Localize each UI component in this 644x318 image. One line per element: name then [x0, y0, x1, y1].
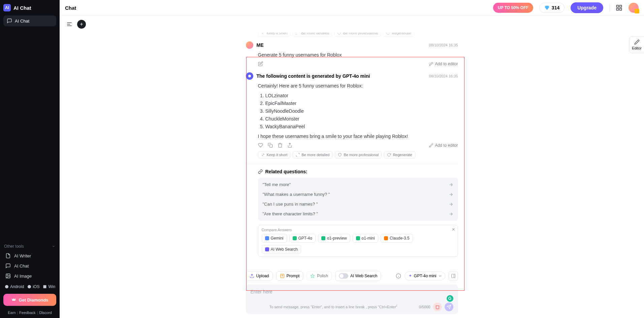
- model-o1-preview[interactable]: o1-preview: [318, 234, 350, 243]
- action-regenerate[interactable]: Regenerate: [383, 33, 414, 37]
- ai-avatar-icon: [246, 72, 253, 80]
- upgrade-button[interactable]: Upgrade: [571, 2, 603, 13]
- app-logo-icon: AI: [3, 4, 11, 11]
- related-question-item[interactable]: "Tell me more": [258, 180, 458, 189]
- message-input[interactable]: Enter here G To send message, press "Ent…: [246, 284, 458, 314]
- arrow-right-icon: [449, 192, 453, 197]
- refresh-icon: [387, 153, 391, 157]
- platform-links: Android iOS Win: [0, 281, 60, 292]
- new-chat-button[interactable]: +: [77, 20, 86, 29]
- action-keep-short[interactable]: Keep it short: [258, 151, 291, 158]
- polish-button[interactable]: Polish: [307, 271, 332, 281]
- related-question-item[interactable]: "Are there character limits? ": [258, 209, 458, 219]
- user-message-text: Generate 5 funny usernames for Roblox: [246, 51, 458, 59]
- app-logo-row: AI AI Chat: [0, 0, 60, 15]
- chevron-down-icon: [438, 274, 442, 278]
- input-placeholder: Enter here: [251, 289, 453, 294]
- other-tools-header[interactable]: Other tools: [0, 242, 60, 251]
- diamond-icon: [544, 5, 550, 10]
- send-icon: [447, 305, 451, 309]
- tool-ai-writer[interactable]: AI Writer: [0, 251, 60, 261]
- related-question-item[interactable]: "Can I use puns in names? ": [258, 199, 458, 209]
- globe-icon: [265, 247, 269, 251]
- panel-icon: [451, 274, 456, 278]
- claude-icon: [384, 236, 388, 240]
- action-more-professional[interactable]: Be more professional: [334, 33, 381, 37]
- platform-win[interactable]: Win: [43, 284, 55, 289]
- action-more-detail[interactable]: Be more detailed: [292, 33, 332, 37]
- trash-icon: [435, 305, 440, 309]
- tool-ai-image[interactable]: AI Image: [0, 271, 60, 281]
- panel-toggle-button[interactable]: [449, 271, 458, 281]
- grammarly-icon[interactable]: G: [447, 295, 453, 302]
- platform-ios[interactable]: iOS: [27, 284, 39, 289]
- sparkle-icon: [408, 274, 412, 278]
- expand-icon: [295, 33, 299, 35]
- openai-icon: [321, 236, 325, 240]
- gemini-icon: [265, 236, 269, 240]
- model-o1-mini[interactable]: o1-mini: [353, 234, 378, 243]
- tool-ai-chat[interactable]: AI Chat: [0, 261, 60, 271]
- model-claude[interactable]: Claude-3.5: [381, 234, 413, 243]
- add-to-editor-button[interactable]: Add to editor: [429, 62, 458, 66]
- web-search-toggle[interactable]: AI Web Search: [335, 271, 381, 281]
- ai-message-time: 08/10/2024 16:35: [429, 74, 458, 78]
- add-to-editor-button[interactable]: Add to editor: [429, 143, 458, 148]
- svg-point-1: [7, 275, 8, 276]
- model-gpt4o[interactable]: GPT-4o: [289, 234, 316, 243]
- action-keep-short[interactable]: Keep it short: [258, 33, 291, 37]
- clear-button[interactable]: [433, 303, 442, 311]
- link-discord[interactable]: Discord: [39, 311, 52, 315]
- model-web-search[interactable]: AI Web Search: [262, 245, 301, 254]
- related-questions-section: Related questions: "Tell me more" "What …: [246, 164, 458, 221]
- related-question-item[interactable]: "What makes a username funny? ": [258, 189, 458, 199]
- arrow-right-icon: [449, 182, 453, 187]
- link-earn[interactable]: Earn: [8, 311, 15, 315]
- prompt-button[interactable]: Prompt: [276, 271, 303, 281]
- apps-grid-icon[interactable]: [616, 4, 622, 11]
- chat-icon: [7, 18, 12, 24]
- delete-icon[interactable]: [278, 143, 283, 148]
- ai-action-row: Keep it short Be more detailed Be more p…: [246, 151, 458, 158]
- editor-tab[interactable]: Editor: [629, 36, 644, 53]
- sidebar-footer-links: Earn | Feedback | Discord: [0, 309, 60, 318]
- send-button[interactable]: [445, 303, 453, 311]
- arrow-right-icon: [449, 202, 453, 207]
- get-diamonds-button[interactable]: Get Diamonds: [3, 294, 56, 306]
- edit-icon[interactable]: [258, 61, 263, 66]
- ai-message-body: Certainly! Here are 5 funny usernames fo…: [246, 82, 458, 140]
- info-icon[interactable]: [396, 273, 401, 279]
- model-gemini[interactable]: Gemini: [262, 234, 287, 243]
- sidebar-toggle-button[interactable]: [65, 20, 74, 29]
- like-icon[interactable]: [258, 143, 263, 148]
- input-zone: Upload Prompt Polish AI Web Search GPT-4…: [246, 271, 458, 314]
- action-regenerate[interactable]: Regenerate: [384, 151, 415, 158]
- copy-icon[interactable]: [268, 143, 273, 148]
- platform-android[interactable]: Android: [5, 284, 24, 289]
- chat-toolbar: +: [60, 16, 644, 33]
- diamonds-count[interactable]: 314: [539, 3, 565, 13]
- app-name: AI Chat: [13, 5, 31, 11]
- user-message-time: 08/10/2024 16:35: [429, 43, 458, 47]
- model-selector[interactable]: GPT-4o mini: [405, 272, 445, 280]
- openai-icon: [293, 236, 297, 240]
- upload-button[interactable]: Upload: [246, 271, 273, 281]
- user-avatar-small: [246, 41, 253, 49]
- collapse-icon: [66, 21, 72, 27]
- apple-icon: [27, 285, 31, 289]
- input-hint: To send message, press "Enter", and to i…: [251, 305, 416, 309]
- chevron-down-icon: [52, 244, 56, 248]
- share-icon[interactable]: [287, 143, 292, 148]
- sidebar-item-ai-chat[interactable]: AI Chat: [3, 15, 56, 26]
- svg-rect-13: [269, 145, 272, 147]
- action-more-professional[interactable]: Be more professional: [335, 151, 382, 158]
- user-avatar[interactable]: [629, 3, 639, 13]
- link-feedback[interactable]: Feedback: [19, 311, 35, 315]
- user-sender-label: ME: [257, 42, 264, 48]
- prompt-icon: [280, 274, 285, 278]
- upload-icon: [250, 274, 254, 278]
- compare-close-button[interactable]: ✕: [452, 227, 455, 232]
- svg-rect-8: [617, 8, 619, 10]
- promo-button[interactable]: UP TO 50% OFF: [493, 3, 533, 13]
- action-more-detail[interactable]: Be more detailed: [293, 151, 332, 158]
